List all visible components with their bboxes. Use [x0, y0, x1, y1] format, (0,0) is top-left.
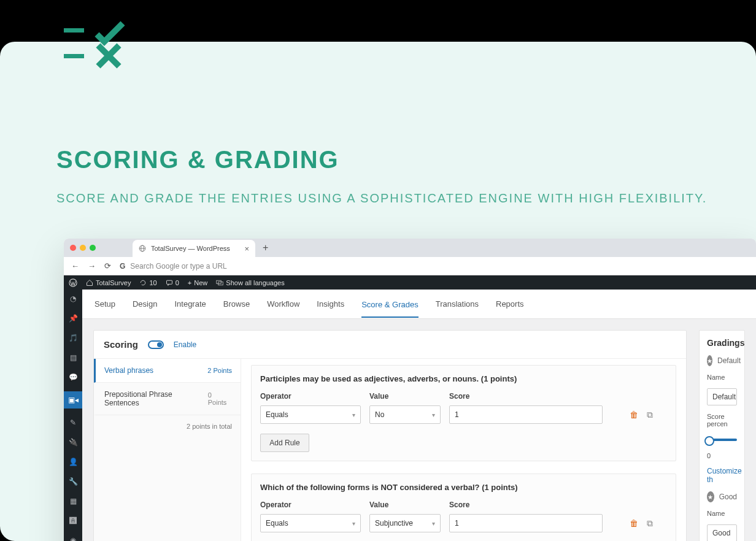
delete-rule-icon[interactable]: 🗑 — [630, 518, 638, 529]
play-icon[interactable]: ◉ — [64, 535, 82, 541]
logo — [59, 20, 126, 77]
section-item[interactable]: Prepositional Phrase Sentences 0 Points — [94, 383, 241, 415]
pin-icon[interactable]: 📌 — [64, 313, 82, 324]
tab-setup[interactable]: Setup — [94, 291, 115, 317]
question-title: Which of the following forms is NOT cons… — [260, 483, 667, 492]
tab-design[interactable]: Design — [133, 291, 157, 317]
wp-logo-icon[interactable] — [69, 278, 77, 287]
col-score-label: Score — [449, 392, 667, 401]
tab-translations[interactable]: Translations — [436, 291, 479, 317]
percent-label: Score percen — [707, 413, 737, 428]
score-percent-slider[interactable] — [707, 439, 737, 441]
scoring-panel: Scoring Enable Verbal phrases 2 Points — [93, 330, 687, 541]
operator-select[interactable]: Equals — [260, 514, 361, 532]
svg-rect-0 — [64, 28, 84, 33]
enable-toggle[interactable] — [148, 340, 164, 349]
customize-link[interactable]: Customize th — [707, 467, 737, 484]
comments-indicator[interactable]: 0 — [166, 279, 179, 286]
plugins-icon[interactable]: 🔌 — [64, 437, 82, 448]
appearance-icon[interactable]: ✎ — [64, 417, 82, 428]
close-tab-icon[interactable]: × — [244, 244, 249, 253]
tab-integrate[interactable]: Integrate — [174, 291, 206, 317]
grade-name-input[interactable]: Good — [707, 524, 737, 541]
refresh-icon — [139, 279, 147, 286]
new-tab-icon[interactable]: + — [263, 242, 268, 253]
forward-icon[interactable]: → — [88, 261, 96, 270]
add-rule-button[interactable]: Add Rule — [260, 434, 309, 452]
globe-icon — [139, 245, 146, 252]
col-value-label: Value — [369, 501, 441, 509]
question-card: Participles may be used as adjectives, a… — [251, 365, 676, 461]
col-operator-label: Operator — [260, 392, 361, 401]
reload-icon[interactable]: ⟳ — [104, 261, 111, 270]
enable-label: Enable — [174, 340, 196, 349]
tab-score-grades[interactable]: Score & Grades — [361, 291, 418, 318]
minimize-window-icon[interactable] — [80, 245, 86, 251]
hero-card: SCORING & GRADING SCORE AND GRADE THE EN… — [0, 42, 756, 541]
name-label: Name — [707, 374, 737, 381]
tab-reports[interactable]: Reports — [496, 291, 524, 317]
users-icon[interactable]: 👤 — [64, 456, 82, 467]
col-score-label: Score — [449, 501, 667, 509]
gradings-title: Gradings — [707, 338, 737, 348]
col-value-label: Value — [369, 392, 441, 401]
wp-admin-bar: TotalSurvey 10 0 + New Show all language… — [64, 275, 756, 290]
updates-indicator[interactable]: 10 — [139, 279, 156, 286]
settings-icon[interactable]: ▦ — [64, 496, 82, 507]
maximize-window-icon[interactable] — [90, 245, 96, 251]
url-placeholder: Search Google or type a URL — [130, 262, 226, 270]
languages-button[interactable]: Show all languages — [216, 279, 284, 286]
tab-workflow[interactable]: Workflow — [267, 291, 299, 317]
language-icon — [216, 279, 223, 286]
survey-icon[interactable]: ▣◂ — [64, 391, 82, 409]
grade-item[interactable]: ★ Good — [707, 491, 737, 502]
tab-insights[interactable]: Insights — [317, 291, 344, 317]
slider-value: 0 — [707, 452, 737, 459]
duplicate-rule-icon[interactable]: ⧉ — [647, 518, 653, 529]
tools-icon[interactable]: 🔧 — [64, 476, 82, 487]
points-total: 2 points in total — [94, 415, 241, 437]
browser-tab[interactable]: TotalSurvey — WordPress × — [133, 240, 255, 257]
value-select[interactable]: Subjunctive — [369, 514, 441, 532]
url-input[interactable]: G Search Google or type a URL — [120, 262, 227, 270]
pages-icon[interactable]: ▤ — [64, 352, 82, 363]
gradings-panel: Gradings ★ Default Name Default Score pe… — [699, 330, 745, 541]
grade-item[interactable]: ★ Default — [707, 355, 737, 366]
wp-sidebar: ◔ 📌 🎵 ▤ 💬 ▣◂ ✎ 🔌 👤 🔧 ▦ 🅰 ◉ — [64, 290, 82, 541]
score-input[interactable]: 1 — [449, 405, 603, 424]
browser-window: TotalSurvey — WordPress × + ← → ⟳ G Sear… — [64, 239, 756, 541]
name-label: Name — [707, 510, 737, 517]
browser-tabbar: TotalSurvey — WordPress × + — [64, 239, 756, 257]
star-icon: ★ — [707, 355, 712, 366]
value-select[interactable]: No — [369, 405, 441, 424]
svg-rect-6 — [166, 280, 172, 284]
page-title: SCORING & GRADING — [56, 146, 339, 174]
delete-rule-icon[interactable]: 🗑 — [630, 410, 638, 420]
browser-urlbar: ← → ⟳ G Search Google or type a URL — [64, 257, 756, 275]
comments-icon[interactable]: 💬 — [64, 372, 82, 383]
media-icon[interactable]: 🎵 — [64, 332, 82, 343]
col-operator-label: Operator — [260, 501, 361, 509]
question-list: Participles may be used as adjectives, a… — [241, 359, 686, 541]
app-tabs: Setup Design Integrate Browse Workflow I… — [82, 290, 756, 319]
traffic-lights — [70, 245, 96, 251]
search-engine-icon: G — [120, 262, 125, 270]
scoring-title: Scoring — [104, 339, 138, 350]
tab-browse[interactable]: Browse — [223, 291, 250, 317]
back-icon[interactable]: ← — [71, 261, 79, 270]
new-button[interactable]: + New — [188, 279, 207, 286]
site-link[interactable]: TotalSurvey — [86, 279, 131, 286]
svg-rect-1 — [64, 54, 84, 58]
star-icon: ★ — [707, 491, 714, 502]
page-subtitle: SCORE AND GRADE THE ENTRIES USING A SOPH… — [56, 191, 707, 205]
dashboard-icon[interactable]: ◔ — [64, 293, 82, 304]
duplicate-rule-icon[interactable]: ⧉ — [647, 410, 653, 420]
close-window-icon[interactable] — [70, 245, 76, 251]
question-title: Participles may be used as adjectives, a… — [260, 374, 667, 383]
grade-name-input[interactable]: Default — [707, 388, 737, 405]
translate-icon[interactable]: 🅰 — [64, 515, 82, 526]
section-item[interactable]: Verbal phrases 2 Points — [94, 359, 241, 383]
operator-select[interactable]: Equals — [260, 405, 361, 424]
score-input[interactable]: 1 — [449, 514, 603, 532]
comment-icon — [166, 279, 173, 286]
